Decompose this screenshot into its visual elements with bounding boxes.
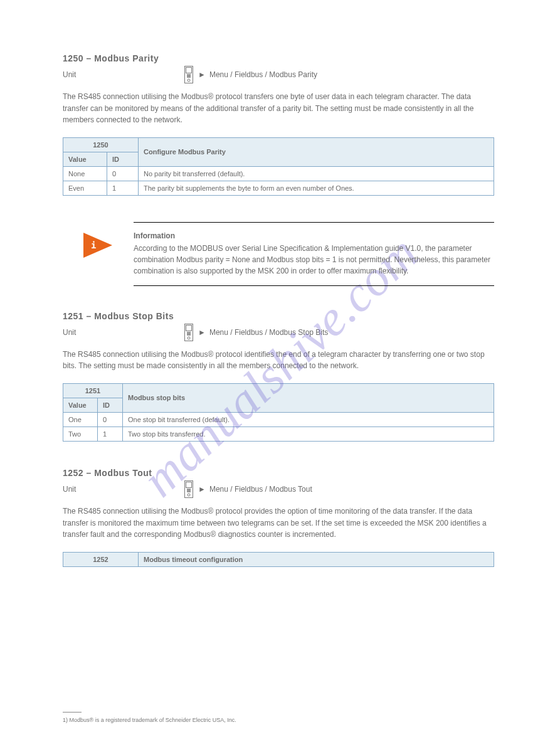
nav-label: Unit bbox=[63, 485, 183, 494]
cell-desc: The parity bit supplements the byte to f… bbox=[139, 181, 494, 195]
cell-value: One bbox=[63, 412, 98, 426]
device-icon bbox=[184, 324, 193, 341]
info-title: Information bbox=[134, 231, 494, 240]
cell-value: Even bbox=[63, 181, 107, 195]
table-header-desc: Configure Modbus Parity bbox=[139, 137, 494, 166]
table-header-row: 1251 Modbus stop bits bbox=[63, 383, 494, 398]
table-row: Even 1 The parity bit supplements the by… bbox=[63, 181, 494, 195]
cell-value: Two bbox=[63, 426, 98, 441]
table-header-desc: Modbus stop bits bbox=[123, 383, 494, 412]
cell-value: None bbox=[63, 166, 107, 181]
table-header-row: 1252 Modbus timeout configuration bbox=[63, 552, 494, 566]
nav-row: Unit ► Menu / Fieldbus / Modbus Stop Bit… bbox=[63, 324, 494, 341]
info-body: According to the MODBUS over Serial Line… bbox=[134, 243, 494, 277]
nav-row: Unit ► Menu / Fieldbus / Modbus Parity bbox=[63, 66, 494, 83]
table-sub-id: ID bbox=[98, 398, 123, 412]
nav-arrow-icon: ► bbox=[198, 70, 206, 79]
table-row: None 0 No parity bit transferred (defaul… bbox=[63, 166, 494, 181]
info-icon: i bbox=[83, 233, 115, 260]
nav-row: Unit ► Menu / Fieldbus / Modbus Tout bbox=[63, 480, 494, 498]
section-title: 1251 – Modbus Stop Bits bbox=[63, 311, 494, 321]
cell-desc: Two stop bits transferred. bbox=[123, 426, 494, 441]
cell-id: 1 bbox=[98, 426, 123, 441]
section-modbus-parity: 1250 – Modbus Parity Unit ► Menu / Field… bbox=[63, 53, 494, 196]
table-header-row: 1250 Configure Modbus Parity bbox=[63, 137, 494, 152]
nav-label: Unit bbox=[63, 70, 183, 79]
nav-path: Menu / Fieldbus / Modbus Tout bbox=[209, 485, 312, 494]
section-body: The RS485 connection utilising the Modbu… bbox=[63, 506, 494, 541]
param-table: 1251 Modbus stop bits Value ID One 0 One… bbox=[63, 383, 494, 442]
svg-rect-8 bbox=[187, 332, 191, 336]
cell-desc: One stop bit transferred (default). bbox=[123, 412, 494, 426]
table-sub-value: Value bbox=[63, 152, 107, 166]
device-icon bbox=[184, 480, 193, 498]
nav-path: Menu / Fieldbus / Modbus Stop Bits bbox=[209, 328, 328, 337]
section-title: 1252 – Modbus Tout bbox=[63, 468, 494, 478]
nav-path: Menu / Fieldbus / Modbus Parity bbox=[209, 70, 317, 79]
svg-rect-11 bbox=[186, 482, 192, 487]
cell-id: 0 bbox=[98, 412, 123, 426]
table-header-id: 1250 bbox=[63, 137, 139, 152]
divider bbox=[134, 222, 494, 223]
svg-point-3 bbox=[188, 79, 190, 82]
svg-marker-4 bbox=[83, 233, 112, 258]
cell-desc: No parity bit transferred (default). bbox=[139, 166, 494, 181]
nav-label: Unit bbox=[63, 328, 183, 337]
section-modbus-tout: 1252 – Modbus Tout Unit ► Menu / Fieldbu… bbox=[63, 468, 494, 567]
table-row: Two 1 Two stop bits transferred. bbox=[63, 426, 494, 441]
svg-point-13 bbox=[188, 494, 190, 496]
svg-rect-7 bbox=[186, 325, 192, 331]
table-header-id: 1251 bbox=[63, 383, 123, 398]
svg-rect-12 bbox=[187, 489, 191, 492]
section-modbus-stop-bits: 1251 – Modbus Stop Bits Unit ► Menu / Fi… bbox=[63, 311, 494, 442]
nav-arrow-icon: ► bbox=[198, 485, 206, 494]
section-body: The RS485 connection utilising the Modbu… bbox=[63, 91, 494, 126]
section-body: The RS485 connection utilising the Modbu… bbox=[63, 349, 494, 372]
table-sub-value: Value bbox=[63, 398, 98, 412]
svg-text:i: i bbox=[91, 240, 96, 250]
info-callout: i Information According to the MODBUS ov… bbox=[134, 222, 494, 286]
svg-rect-2 bbox=[187, 74, 191, 78]
param-table: 1250 Configure Modbus Parity Value ID No… bbox=[63, 137, 494, 196]
table-row: One 0 One stop bit transferred (default)… bbox=[63, 412, 494, 426]
table-sub-id: ID bbox=[107, 152, 139, 166]
device-icon bbox=[184, 66, 193, 83]
divider bbox=[134, 285, 494, 286]
footer-rule bbox=[63, 712, 82, 713]
table-header-id: 1252 bbox=[63, 552, 139, 566]
section-title: 1250 – Modbus Parity bbox=[63, 53, 494, 63]
table-header-desc: Modbus timeout configuration bbox=[139, 552, 494, 566]
svg-rect-1 bbox=[186, 68, 192, 73]
cell-id: 1 bbox=[107, 181, 139, 195]
param-table: 1252 Modbus timeout configuration bbox=[63, 552, 494, 567]
nav-arrow-icon: ► bbox=[198, 328, 206, 337]
footnote: 1) Modbus® is a registered trademark of … bbox=[63, 717, 236, 723]
cell-id: 0 bbox=[107, 166, 139, 181]
svg-point-9 bbox=[188, 337, 190, 339]
